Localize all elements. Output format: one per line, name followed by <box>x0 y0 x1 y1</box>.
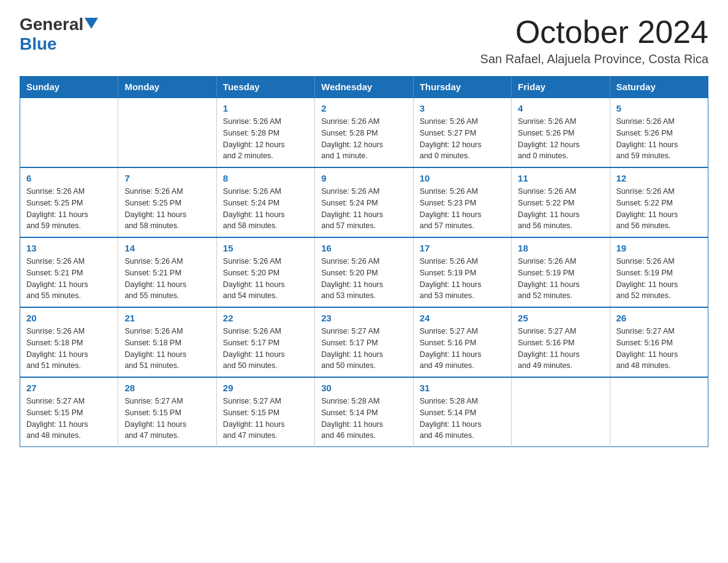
calendar-cell: 9Sunrise: 5:26 AM Sunset: 5:24 PM Daylig… <box>315 167 413 237</box>
calendar-header-friday: Friday <box>512 77 610 98</box>
day-info: Sunrise: 5:26 AM Sunset: 5:28 PM Dayligh… <box>321 116 406 162</box>
day-number: 23 <box>321 313 406 323</box>
day-number: 15 <box>223 243 308 253</box>
calendar-cell: 15Sunrise: 5:26 AM Sunset: 5:20 PM Dayli… <box>216 237 314 307</box>
page-header: General Blue October 2024 San Rafael, Al… <box>20 15 708 66</box>
day-info: Sunrise: 5:27 AM Sunset: 5:15 PM Dayligh… <box>124 396 210 442</box>
calendar-cell: 2Sunrise: 5:26 AM Sunset: 5:28 PM Daylig… <box>315 98 413 167</box>
day-info: Sunrise: 5:26 AM Sunset: 5:28 PM Dayligh… <box>223 116 308 162</box>
calendar-cell: 12Sunrise: 5:26 AM Sunset: 5:22 PM Dayli… <box>610 167 708 237</box>
calendar-week-row: 6Sunrise: 5:26 AM Sunset: 5:25 PM Daylig… <box>20 167 708 237</box>
day-number: 16 <box>321 243 406 253</box>
title-block: October 2024 San Rafael, Alajuela Provin… <box>480 15 708 66</box>
calendar-cell: 6Sunrise: 5:26 AM Sunset: 5:25 PM Daylig… <box>20 167 118 237</box>
day-info: Sunrise: 5:26 AM Sunset: 5:24 PM Dayligh… <box>321 186 406 232</box>
day-info: Sunrise: 5:26 AM Sunset: 5:24 PM Dayligh… <box>223 186 308 232</box>
day-info: Sunrise: 5:26 AM Sunset: 5:20 PM Dayligh… <box>321 256 406 302</box>
day-info: Sunrise: 5:26 AM Sunset: 5:18 PM Dayligh… <box>26 326 112 372</box>
day-info: Sunrise: 5:26 AM Sunset: 5:26 PM Dayligh… <box>518 116 603 162</box>
day-number: 1 <box>223 103 308 113</box>
calendar-cell: 10Sunrise: 5:26 AM Sunset: 5:23 PM Dayli… <box>413 167 511 237</box>
calendar-cell: 29Sunrise: 5:27 AM Sunset: 5:15 PM Dayli… <box>216 377 314 447</box>
calendar-cell: 23Sunrise: 5:27 AM Sunset: 5:17 PM Dayli… <box>315 307 413 377</box>
day-number: 25 <box>518 313 603 323</box>
calendar-cell <box>20 98 118 167</box>
calendar-header-monday: Monday <box>118 77 216 98</box>
calendar-cell: 14Sunrise: 5:26 AM Sunset: 5:21 PM Dayli… <box>118 237 216 307</box>
calendar-week-row: 1Sunrise: 5:26 AM Sunset: 5:28 PM Daylig… <box>20 98 708 167</box>
day-info: Sunrise: 5:26 AM Sunset: 5:25 PM Dayligh… <box>26 186 112 232</box>
day-number: 29 <box>223 383 308 393</box>
calendar-cell: 3Sunrise: 5:26 AM Sunset: 5:27 PM Daylig… <box>413 98 511 167</box>
day-number: 26 <box>616 313 702 323</box>
day-info: Sunrise: 5:26 AM Sunset: 5:20 PM Dayligh… <box>223 256 308 302</box>
day-number: 6 <box>26 173 112 183</box>
day-number: 7 <box>124 173 210 183</box>
calendar-cell <box>512 377 610 447</box>
calendar-header-row: SundayMondayTuesdayWednesdayThursdayFrid… <box>20 77 708 98</box>
calendar-cell <box>610 377 708 447</box>
day-number: 30 <box>321 383 406 393</box>
calendar-cell: 28Sunrise: 5:27 AM Sunset: 5:15 PM Dayli… <box>118 377 216 447</box>
day-info: Sunrise: 5:26 AM Sunset: 5:17 PM Dayligh… <box>223 326 308 372</box>
calendar-header-saturday: Saturday <box>610 77 708 98</box>
day-info: Sunrise: 5:27 AM Sunset: 5:15 PM Dayligh… <box>223 396 308 442</box>
day-number: 20 <box>26 313 112 323</box>
day-info: Sunrise: 5:26 AM Sunset: 5:19 PM Dayligh… <box>420 256 505 302</box>
calendar-cell: 27Sunrise: 5:27 AM Sunset: 5:15 PM Dayli… <box>20 377 118 447</box>
calendar-cell: 13Sunrise: 5:26 AM Sunset: 5:21 PM Dayli… <box>20 237 118 307</box>
day-info: Sunrise: 5:27 AM Sunset: 5:15 PM Dayligh… <box>26 396 112 442</box>
calendar-cell: 11Sunrise: 5:26 AM Sunset: 5:22 PM Dayli… <box>512 167 610 237</box>
calendar-cell: 20Sunrise: 5:26 AM Sunset: 5:18 PM Dayli… <box>20 307 118 377</box>
day-info: Sunrise: 5:27 AM Sunset: 5:16 PM Dayligh… <box>518 326 603 372</box>
calendar-cell: 25Sunrise: 5:27 AM Sunset: 5:16 PM Dayli… <box>512 307 610 377</box>
calendar-cell: 19Sunrise: 5:26 AM Sunset: 5:19 PM Dayli… <box>610 237 708 307</box>
calendar-cell: 31Sunrise: 5:28 AM Sunset: 5:14 PM Dayli… <box>413 377 511 447</box>
day-info: Sunrise: 5:26 AM Sunset: 5:18 PM Dayligh… <box>124 326 210 372</box>
calendar-header-wednesday: Wednesday <box>315 77 413 98</box>
day-info: Sunrise: 5:27 AM Sunset: 5:16 PM Dayligh… <box>616 326 702 372</box>
calendar-cell: 21Sunrise: 5:26 AM Sunset: 5:18 PM Dayli… <box>118 307 216 377</box>
day-number: 22 <box>223 313 308 323</box>
day-number: 4 <box>518 103 603 113</box>
day-info: Sunrise: 5:26 AM Sunset: 5:23 PM Dayligh… <box>420 186 505 232</box>
calendar-cell: 17Sunrise: 5:26 AM Sunset: 5:19 PM Dayli… <box>413 237 511 307</box>
day-number: 9 <box>321 173 406 183</box>
day-info: Sunrise: 5:26 AM Sunset: 5:21 PM Dayligh… <box>26 256 112 302</box>
calendar-header-sunday: Sunday <box>20 77 118 98</box>
day-number: 24 <box>420 313 505 323</box>
day-info: Sunrise: 5:27 AM Sunset: 5:17 PM Dayligh… <box>321 326 406 372</box>
day-number: 27 <box>26 383 112 393</box>
day-number: 21 <box>124 313 210 323</box>
day-number: 14 <box>124 243 210 253</box>
calendar-cell: 30Sunrise: 5:28 AM Sunset: 5:14 PM Dayli… <box>315 377 413 447</box>
calendar-cell: 8Sunrise: 5:26 AM Sunset: 5:24 PM Daylig… <box>216 167 314 237</box>
calendar-cell: 7Sunrise: 5:26 AM Sunset: 5:25 PM Daylig… <box>118 167 216 237</box>
calendar-cell: 22Sunrise: 5:26 AM Sunset: 5:17 PM Dayli… <box>216 307 314 377</box>
day-number: 5 <box>616 103 702 113</box>
calendar-week-row: 20Sunrise: 5:26 AM Sunset: 5:18 PM Dayli… <box>20 307 708 377</box>
day-number: 2 <box>321 103 406 113</box>
calendar-cell: 16Sunrise: 5:26 AM Sunset: 5:20 PM Dayli… <box>315 237 413 307</box>
day-number: 10 <box>420 173 505 183</box>
day-number: 13 <box>26 243 112 253</box>
day-info: Sunrise: 5:26 AM Sunset: 5:27 PM Dayligh… <box>420 116 505 162</box>
day-info: Sunrise: 5:26 AM Sunset: 5:21 PM Dayligh… <box>124 256 210 302</box>
day-number: 31 <box>420 383 505 393</box>
calendar-cell: 5Sunrise: 5:26 AM Sunset: 5:26 PM Daylig… <box>610 98 708 167</box>
calendar-week-row: 13Sunrise: 5:26 AM Sunset: 5:21 PM Dayli… <box>20 237 708 307</box>
day-info: Sunrise: 5:26 AM Sunset: 5:22 PM Dayligh… <box>518 186 603 232</box>
month-title: October 2024 <box>480 15 708 50</box>
logo: General Blue <box>20 15 98 54</box>
calendar-header-tuesday: Tuesday <box>216 77 314 98</box>
calendar-cell: 1Sunrise: 5:26 AM Sunset: 5:28 PM Daylig… <box>216 98 314 167</box>
day-info: Sunrise: 5:26 AM Sunset: 5:19 PM Dayligh… <box>616 256 702 302</box>
calendar-cell: 18Sunrise: 5:26 AM Sunset: 5:19 PM Dayli… <box>512 237 610 307</box>
calendar-header-thursday: Thursday <box>413 77 511 98</box>
calendar-table: SundayMondayTuesdayWednesdayThursdayFrid… <box>20 76 708 447</box>
day-info: Sunrise: 5:28 AM Sunset: 5:14 PM Dayligh… <box>321 396 406 442</box>
logo-blue-text: Blue <box>20 34 57 54</box>
calendar-cell <box>118 98 216 167</box>
calendar-week-row: 27Sunrise: 5:27 AM Sunset: 5:15 PM Dayli… <box>20 377 708 447</box>
day-info: Sunrise: 5:26 AM Sunset: 5:22 PM Dayligh… <box>616 186 702 232</box>
